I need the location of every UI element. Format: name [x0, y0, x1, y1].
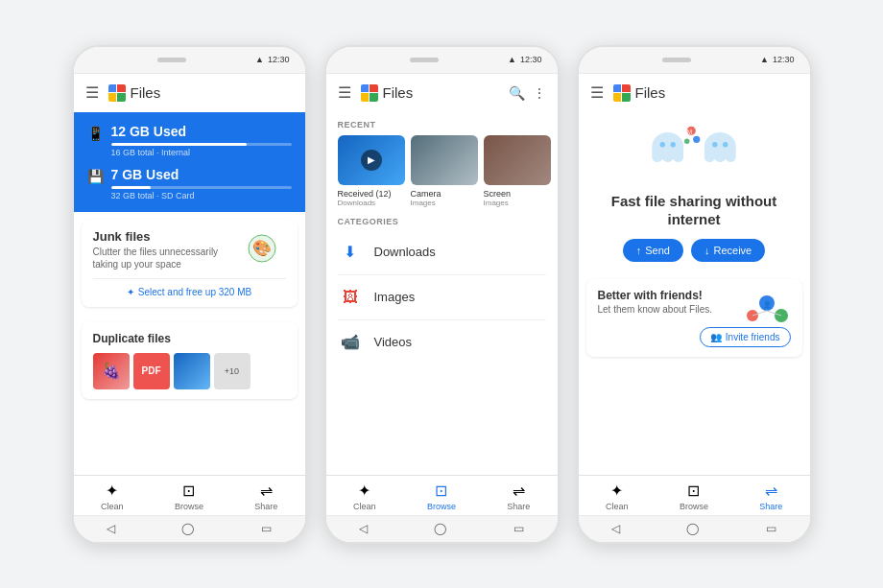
phone-2-app-header: ☰ Files 🔍 ⋮	[326, 74, 558, 112]
signal-icon: ▲	[255, 55, 264, 64]
sparkle-icon: ✦	[127, 287, 134, 297]
category-images[interactable]: 🖼 Images	[338, 275, 546, 320]
signal-icon-3: ▲	[760, 55, 769, 64]
friends-title: Better with friends!	[598, 289, 713, 302]
svg-text:M: M	[687, 129, 692, 135]
svg-point-6	[673, 152, 683, 162]
nav-browse[interactable]: ⊡ Browse	[151, 482, 227, 511]
home-button-2[interactable]: ◯	[434, 522, 446, 535]
recents-button[interactable]: ▭	[261, 522, 272, 535]
screen-name: Screen	[484, 189, 551, 199]
files-logo-2: Files	[361, 84, 414, 102]
phones-container: ▲ 12:30 ☰ Files 📱	[53, 26, 831, 563]
phone-3-speaker	[662, 58, 691, 62]
receive-label: Receive	[713, 245, 752, 256]
receive-button[interactable]: ↓ Receive	[691, 239, 765, 262]
duplicate-thumbnails: 🍇 PDF +10	[93, 353, 286, 389]
nav-clean-3[interactable]: ✦ Clean	[579, 482, 656, 511]
invite-label: Invite friends	[726, 332, 780, 342]
invite-friends-button[interactable]: 👥 Invite friends	[700, 327, 791, 347]
sd-storage-icon: 💾	[87, 169, 104, 184]
app-title-2: Files	[383, 84, 414, 101]
svg-text:🎨: 🎨	[252, 239, 272, 257]
phone-3-content: ☰ Files	[579, 74, 810, 475]
storage-label-sd: 32 GB total · SD Card	[111, 191, 292, 200]
friends-desc: Let them know about Files.	[598, 304, 713, 315]
phone-2-speaker	[410, 58, 439, 62]
phone-1-app-header: ☰ Files	[74, 74, 305, 112]
browse-label-3: Browse	[680, 502, 708, 511]
storage-bar-fill-internal	[111, 143, 247, 146]
storage-bar-internal	[111, 143, 292, 146]
recents-button-2[interactable]: ▭	[513, 522, 524, 535]
back-button-3[interactable]: ◁	[611, 522, 620, 535]
header-icons-2: 🔍 ⋮	[509, 85, 546, 101]
thumb-pdf: PDF	[133, 353, 170, 389]
send-button[interactable]: ↑ Send	[623, 239, 683, 262]
category-videos[interactable]: 📹 Videos	[338, 320, 546, 365]
clean-icon-2: ✦	[358, 482, 370, 500]
svg-point-14	[712, 142, 717, 147]
back-button-2[interactable]: ◁	[359, 522, 368, 535]
hamburger-icon[interactable]: ☰	[85, 83, 99, 102]
phone-2: ▲ 12:30 ☰ Files 🔍 ⋮	[324, 45, 560, 544]
home-button[interactable]: ◯	[181, 522, 194, 535]
nav-browse-2[interactable]: ⊡ Browse	[403, 482, 480, 511]
camera-sub: Images	[411, 199, 478, 207]
clean-icon-3: ✦	[610, 482, 623, 500]
home-button-3[interactable]: ◯	[686, 522, 699, 535]
nav-share-3[interactable]: ⇌ Share	[732, 482, 809, 511]
friends-network-icons: 👤	[743, 289, 791, 327]
browse-label: Browse	[175, 502, 203, 511]
nav-share[interactable]: ⇌ Share	[227, 482, 304, 511]
recent-item-received[interactable]: ▶ Received (12) Downloads	[338, 135, 405, 207]
category-downloads[interactable]: ⬇ Downloads	[338, 230, 546, 275]
thumb-plus: +10	[214, 353, 251, 389]
clean-icon: ✦	[106, 482, 118, 500]
more-icon[interactable]: ⋮	[533, 85, 546, 101]
phone-1-top-bar: ▲ 12:30	[74, 47, 305, 74]
nav-share-2[interactable]: ⇌ Share	[480, 482, 557, 511]
phone-1-status-bar: ▲ 12:30	[255, 55, 289, 64]
share-title: Fast file sharing without internet	[594, 192, 795, 229]
share-icon: ⇌	[260, 482, 273, 500]
google-icon-2	[361, 84, 378, 102]
phone-storage-icon: 📱	[87, 126, 104, 141]
nav-clean[interactable]: ✦ Clean	[74, 482, 151, 511]
phone-2-content: ☰ Files 🔍 ⋮ RECENT	[326, 74, 558, 475]
storage-label-internal: 16 GB total · Internal	[111, 148, 292, 157]
back-button[interactable]: ◁	[107, 522, 115, 535]
recents-button-3[interactable]: ▭	[766, 522, 776, 535]
g-green	[117, 93, 125, 101]
hamburger-icon-3[interactable]: ☰	[590, 83, 604, 102]
svg-point-12	[715, 152, 726, 162]
recent-thumb-screen	[484, 135, 551, 185]
g-yellow	[108, 93, 116, 101]
friends-card: Better with friends! Let them know about…	[586, 279, 802, 357]
nav-browse-3[interactable]: ⊡ Browse	[656, 482, 732, 511]
recent-thumb-received: ▶	[338, 135, 405, 185]
select-free-up-button[interactable]: ✦ Select and free up 320 MB	[93, 278, 286, 297]
nav-clean-2[interactable]: ✦ Clean	[326, 482, 403, 511]
recent-item-screen[interactable]: Screen Images	[484, 135, 551, 207]
browse-icon-3: ⊡	[687, 482, 700, 500]
downloads-icon: ⬇	[338, 240, 363, 265]
search-icon[interactable]: 🔍	[509, 85, 525, 101]
browse-icon: ⊡	[182, 482, 195, 500]
hamburger-icon-2[interactable]: ☰	[338, 83, 351, 102]
ghost-illustration: M	[646, 122, 742, 184]
svg-point-4	[652, 152, 662, 162]
phone-2-bottom: ◁ ◯ ▭	[326, 515, 558, 542]
share-label-3: Share	[759, 502, 782, 511]
friends-card-inner: Better with friends! Let them know about…	[598, 289, 791, 347]
phone-3-top-bar: ▲ 12:30	[579, 47, 810, 74]
downloads-label: Downloads	[374, 245, 436, 259]
select-btn-label: Select and free up 320 MB	[138, 287, 251, 297]
phone-1-bottom: ◁ ◯ ▭	[74, 515, 305, 542]
recent-item-camera[interactable]: Camera Images	[411, 135, 478, 207]
google-icon-3	[613, 84, 631, 102]
phone-1-time: 12:30	[268, 55, 290, 64]
invite-icon: 👥	[710, 332, 722, 342]
app-title-3: Files	[635, 84, 666, 101]
videos-label: Videos	[374, 335, 413, 349]
